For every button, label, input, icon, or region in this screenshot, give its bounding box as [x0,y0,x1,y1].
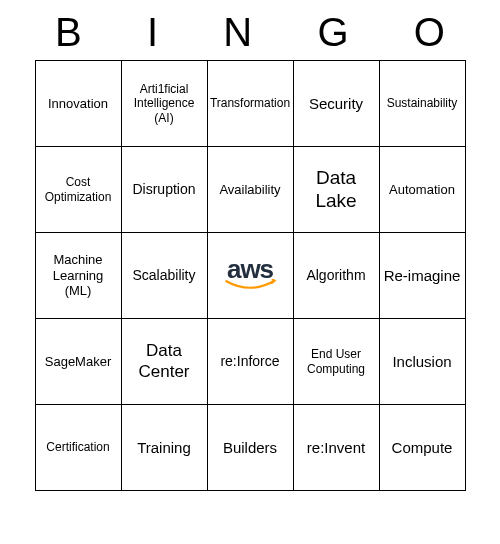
bingo-cell[interactable]: Security [294,61,380,147]
header-letter: G [317,10,348,55]
bingo-cell[interactable]: Training [122,405,208,491]
bingo-cell[interactable]: Transformation [208,61,294,147]
header-letter: B [55,10,82,55]
header-letter: N [223,10,252,55]
bingo-cell[interactable]: Builders [208,405,294,491]
bingo-grid: InnovationArti1ficial Intelligence (AI)T… [35,60,466,491]
bingo-cell[interactable]: Disruption [122,147,208,233]
header-letter: I [147,10,158,55]
bingo-cell[interactable]: Algorithm [294,233,380,319]
bingo-cell[interactable]: aws [208,233,294,319]
bingo-cell[interactable]: Compute [380,405,466,491]
bingo-cell[interactable]: Re-imagine [380,233,466,319]
bingo-cell[interactable]: Machine Learning (ML) [36,233,122,319]
bingo-cell[interactable]: Inclusion [380,319,466,405]
bingo-cell[interactable]: SageMaker [36,319,122,405]
aws-logo-icon: aws [222,258,278,293]
bingo-cell[interactable]: Data Center [122,319,208,405]
bingo-cell[interactable]: Availability [208,147,294,233]
bingo-cell[interactable]: Data Lake [294,147,380,233]
bingo-cell[interactable]: Arti1ficial Intelligence (AI) [122,61,208,147]
bingo-cell[interactable]: End User Computing [294,319,380,405]
header-letter: O [414,10,445,55]
bingo-cell[interactable]: Cost Optimization [36,147,122,233]
bingo-cell[interactable]: Innovation [36,61,122,147]
bingo-cell[interactable]: re:Invent [294,405,380,491]
bingo-cell[interactable]: Scalability [122,233,208,319]
bingo-cell[interactable]: Automation [380,147,466,233]
bingo-cell[interactable]: Certification [36,405,122,491]
bingo-header: B I N G O [35,10,465,60]
bingo-cell[interactable]: Sustainability [380,61,466,147]
bingo-cell[interactable]: re:Inforce [208,319,294,405]
